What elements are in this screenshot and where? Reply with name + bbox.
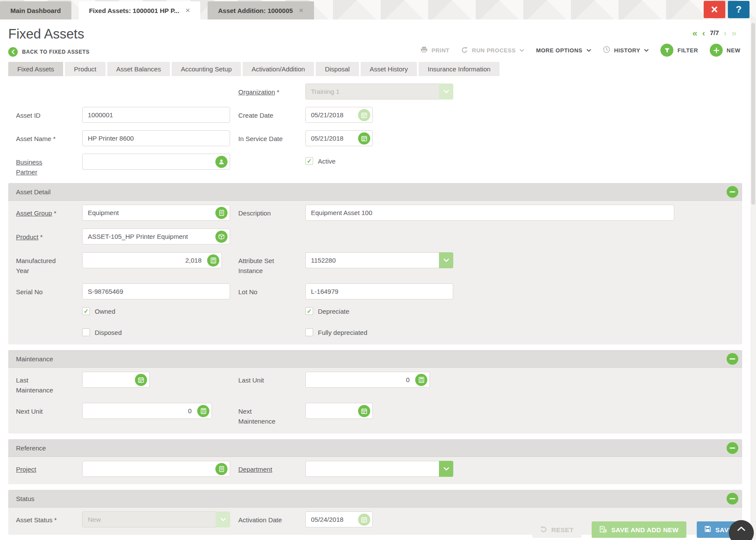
- close-tab-icon[interactable]: ×: [186, 6, 190, 14]
- last-maintenance-field: [82, 372, 150, 388]
- filter-button[interactable]: FILTER: [660, 44, 698, 57]
- more-options-button[interactable]: MORE OPTIONS: [536, 47, 591, 54]
- lot-no-input[interactable]: [305, 283, 453, 299]
- filter-label: FILTER: [677, 47, 698, 54]
- previous-record-button[interactable]: ‹: [702, 28, 705, 37]
- footer-action-bar: RESET SAVE AND ADD NEW SAVE: [532, 521, 741, 538]
- window-tab-asset-addition[interactable]: Asset Addition: 1000005 ×: [208, 1, 314, 19]
- collapse-section-button[interactable]: [727, 353, 738, 365]
- product-input[interactable]: [82, 228, 230, 244]
- next-unit-input[interactable]: [82, 403, 212, 419]
- asset-name-input[interactable]: [82, 130, 230, 146]
- last-record-button[interactable]: »: [731, 28, 737, 37]
- collapse-section-button[interactable]: [727, 186, 738, 198]
- tab-insurance-information[interactable]: Insurance Information: [419, 62, 500, 76]
- tab-disposal[interactable]: Disposal: [316, 62, 359, 76]
- checkbox-icon[interactable]: ✓: [305, 157, 313, 165]
- description-input[interactable]: [305, 205, 674, 221]
- calculator-icon[interactable]: [415, 374, 427, 386]
- last-unit-field: [305, 372, 430, 388]
- chevron-down-icon[interactable]: [216, 511, 230, 527]
- active-checkbox[interactable]: ✓ Active: [305, 154, 336, 165]
- calendar-icon: [358, 109, 370, 121]
- first-record-button[interactable]: «: [692, 28, 698, 37]
- project-input[interactable]: [82, 461, 230, 477]
- form-tab-strip: Fixed Assets Product Asset Balances Acco…: [8, 62, 501, 76]
- tab-fixed-assets[interactable]: Fixed Assets: [8, 62, 63, 76]
- create-date-label: Create Date: [238, 107, 305, 120]
- run-process-button[interactable]: RUN PROCESS: [461, 47, 524, 54]
- print-button[interactable]: PRINT: [420, 46, 450, 55]
- help-button[interactable]: ?: [728, 1, 750, 18]
- business-partner-input[interactable]: [82, 154, 230, 170]
- reset-button[interactable]: RESET: [532, 521, 582, 538]
- checkbox-icon[interactable]: ✓: [305, 307, 313, 315]
- collapse-section-button[interactable]: [727, 442, 738, 454]
- asset-detail-section: Asset Detail Asset Group*: [8, 183, 742, 344]
- fully-depreciated-label: Fully depreciated: [318, 329, 367, 336]
- tab-asset-balances[interactable]: Asset Balances: [107, 62, 170, 76]
- close-window-button[interactable]: ×: [704, 1, 725, 18]
- new-button[interactable]: NEW: [710, 44, 740, 57]
- back-arrow-icon: [8, 47, 18, 57]
- calendar-icon: [358, 514, 370, 526]
- owned-label: Owned: [95, 308, 115, 315]
- asset-status-dropdown: [82, 511, 230, 527]
- chevron-down-icon[interactable]: [439, 252, 453, 268]
- calendar-icon[interactable]: [358, 405, 370, 417]
- person-icon[interactable]: [215, 156, 227, 168]
- window-tab-main-dashboard[interactable]: Main Dashboard: [0, 1, 71, 19]
- department-dropdown: [305, 461, 453, 477]
- tab-activation-addition[interactable]: Activation/Addition: [243, 62, 314, 76]
- record-count: 7/7: [710, 29, 719, 36]
- serial-no-input[interactable]: [82, 283, 230, 299]
- tab-asset-history[interactable]: Asset History: [361, 62, 417, 76]
- organization-dropdown: [305, 84, 453, 100]
- chevron-down-icon[interactable]: [439, 84, 453, 100]
- close-tab-icon[interactable]: ×: [299, 6, 304, 14]
- owned-checkbox[interactable]: ✓ Owned: [82, 307, 305, 315]
- attribute-set-instance-dropdown: [305, 252, 453, 268]
- run-process-label: RUN PROCESS: [472, 47, 516, 54]
- back-to-fixed-assets-link[interactable]: BACK TO FIXED ASSETS: [8, 47, 90, 57]
- next-record-button[interactable]: ›: [724, 28, 727, 37]
- save-floppy-icon: [705, 526, 711, 534]
- page-title: Fixed Assets: [8, 26, 84, 42]
- asset-group-input[interactable]: [82, 205, 230, 221]
- disposed-checkbox[interactable]: ✓ Disposed: [82, 328, 305, 336]
- tab-accounting-setup[interactable]: Accounting Setup: [172, 62, 241, 76]
- collapse-section-button[interactable]: [727, 493, 738, 505]
- vertical-scrollbar[interactable]: [750, 19, 756, 540]
- checkbox-icon[interactable]: ✓: [82, 328, 90, 336]
- chevron-up-icon: [737, 526, 746, 533]
- department-input[interactable]: [305, 461, 439, 477]
- last-unit-input[interactable]: [305, 372, 430, 388]
- tab-product[interactable]: Product: [65, 62, 106, 76]
- organization-input[interactable]: [305, 84, 439, 100]
- product-box-icon[interactable]: [215, 231, 227, 243]
- last-maintenance-label: Last Maintenance: [16, 372, 82, 395]
- save-and-add-new-button[interactable]: SAVE AND ADD NEW: [592, 521, 686, 538]
- calendar-icon[interactable]: [358, 132, 370, 145]
- calculator-icon[interactable]: [197, 405, 209, 417]
- reset-icon: [540, 526, 547, 533]
- checkbox-icon[interactable]: ✓: [305, 328, 313, 336]
- checkbox-icon[interactable]: ✓: [82, 307, 90, 315]
- asset-status-input[interactable]: [82, 511, 216, 527]
- record-pagination: « ‹ 7/7 › »: [692, 28, 737, 37]
- next-unit-field: [82, 403, 212, 419]
- depreciate-label: Depreciate: [318, 308, 349, 315]
- record-list-icon[interactable]: [215, 207, 227, 219]
- attribute-set-instance-input[interactable]: [305, 252, 439, 268]
- chevron-down-icon[interactable]: [439, 461, 453, 477]
- calendar-icon[interactable]: [135, 374, 147, 386]
- asset-id-input[interactable]: [82, 107, 230, 123]
- depreciate-checkbox[interactable]: ✓ Depreciate: [305, 307, 349, 315]
- fully-depreciated-checkbox[interactable]: ✓ Fully depreciated: [305, 328, 367, 336]
- manufactured-year-input[interactable]: [82, 252, 222, 268]
- record-list-icon[interactable]: [215, 463, 227, 475]
- calculator-icon[interactable]: [207, 254, 219, 267]
- history-button[interactable]: HISTORY: [603, 46, 649, 55]
- window-tab-fixed-assets[interactable]: Fixed Assets: 1000001 HP P... ×: [79, 1, 201, 19]
- manufactured-year-label: Manufactured Year: [16, 252, 82, 276]
